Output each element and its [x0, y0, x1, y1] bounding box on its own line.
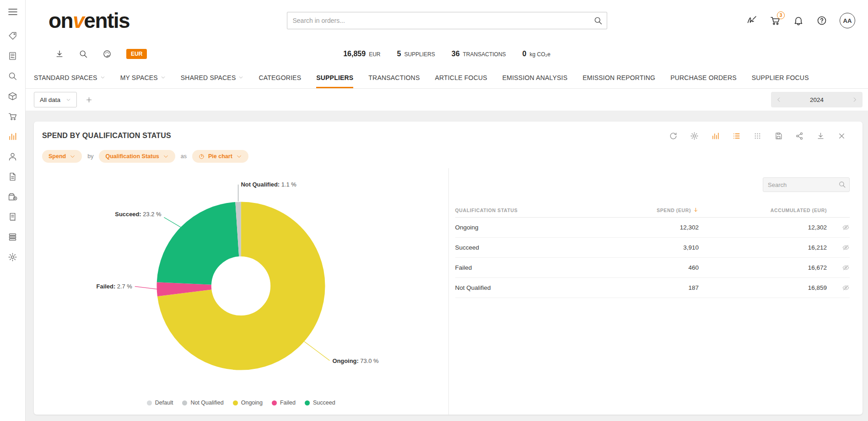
chevron-down-icon: [66, 97, 71, 102]
filter-row: All data 2024: [26, 89, 868, 111]
approvals-icon[interactable]: [746, 15, 757, 26]
download-icon[interactable]: [55, 49, 64, 59]
legend-item-default[interactable]: Default: [147, 400, 173, 406]
callout-label-ongoing: Ongoing: 73.0 %: [333, 357, 379, 364]
previous-year-icon[interactable]: [776, 96, 782, 103]
hide-row-icon[interactable]: [827, 224, 850, 231]
search-input[interactable]: [287, 12, 607, 29]
stat-label: TRANSACTIONS: [463, 51, 506, 58]
legend-item-succeed[interactable]: Succeed: [305, 400, 335, 406]
tab-article-focus[interactable]: ARTICLE FOCUS: [435, 67, 487, 88]
currency-badge[interactable]: EUR: [126, 49, 147, 59]
dataset-select[interactable]: All data: [34, 92, 77, 107]
chevron-down-icon: [163, 154, 169, 160]
search-icon[interactable]: [593, 16, 603, 25]
table-view-icon[interactable]: [732, 132, 741, 140]
save-icon[interactable]: [774, 132, 783, 140]
measure-chip[interactable]: Spend: [42, 150, 82, 163]
table-row-failed[interactable]: Failed46016,672: [455, 258, 850, 278]
settings-icon[interactable]: [8, 252, 17, 262]
hide-row-icon[interactable]: [827, 244, 850, 251]
sort-desc-icon[interactable]: [693, 207, 699, 213]
refresh-icon[interactable]: [669, 132, 678, 140]
catalog-icon[interactable]: [8, 232, 17, 242]
search-icon[interactable]: [838, 181, 846, 188]
tab-transactions[interactable]: TRANSACTIONS: [368, 67, 420, 88]
legend-item-not-qualified[interactable]: Not Qualified: [182, 400, 223, 406]
cell-spend: 3,910: [612, 244, 699, 251]
stat-label: kg CO₂e: [529, 51, 550, 58]
avatar[interactable]: AA: [840, 13, 855, 28]
chart-type-chip[interactable]: Pie chart: [192, 150, 248, 163]
column-spend[interactable]: SPEND (EUR): [612, 207, 699, 213]
legend-label: Ongoing: [241, 400, 263, 406]
stat-label: EUR: [369, 51, 380, 58]
onventis-logo[interactable]: onventis: [49, 8, 129, 33]
close-icon[interactable]: [837, 132, 846, 140]
menu-icon[interactable]: [7, 6, 18, 17]
next-year-icon[interactable]: [852, 96, 858, 103]
document-icon[interactable]: [8, 172, 17, 181]
add-view-icon[interactable]: [85, 96, 93, 104]
hide-row-icon[interactable]: [827, 264, 850, 272]
contract-icon[interactable]: [8, 51, 17, 61]
cart-button[interactable]: 3: [770, 15, 781, 26]
column-qualification-status[interactable]: QUALIFICATION STATUS: [455, 208, 612, 213]
tab-shared-spaces[interactable]: SHARED SPACES: [181, 67, 244, 88]
cell-accumulated: 12,302: [699, 224, 827, 231]
delivery-icon[interactable]: [8, 192, 17, 202]
app-root: onventis 3 AA EUR: [0, 0, 868, 421]
year-navigator: 2024: [771, 92, 863, 107]
magnifier-icon[interactable]: [79, 49, 88, 59]
legend-item-ongoing[interactable]: Ongoing: [233, 400, 263, 406]
table-row-succeed[interactable]: Succeed3,91016,212: [455, 238, 850, 258]
table-row-not-qualified[interactable]: Not Qualified18716,859: [455, 278, 850, 298]
table-search: [763, 177, 850, 192]
tab-standard-spaces[interactable]: STANDARD SPACES: [34, 67, 105, 88]
chevron-down-icon: [70, 154, 75, 160]
data-table: QUALIFICATION STATUS SPEND (EUR) ACCUMUL…: [455, 203, 850, 298]
table-row-ongoing[interactable]: Ongoing12,30212,302: [455, 218, 850, 238]
cell-accumulated: 16,859: [699, 284, 827, 291]
tab-emission-analysis[interactable]: EMISSION ANALYSIS: [502, 67, 567, 88]
cart-icon[interactable]: [8, 112, 17, 121]
export-icon[interactable]: [816, 132, 825, 140]
column-accumulated[interactable]: ACCUMULATED (EUR): [699, 208, 827, 213]
hide-row-icon[interactable]: [827, 284, 850, 292]
dimension-chip[interactable]: Qualification Status: [99, 150, 175, 163]
sidebar: [0, 0, 26, 421]
column-label: SPEND (EUR): [657, 208, 691, 213]
legend-item-failed[interactable]: Failed: [272, 400, 296, 406]
cell-accumulated: 16,212: [699, 244, 827, 251]
callout-label-not-qualified: Not Qualified: 1.1 %: [241, 181, 297, 188]
package-icon[interactable]: [8, 91, 17, 101]
tab-supplier-focus[interactable]: SUPPLIER FOCUS: [752, 67, 809, 88]
measure-label: Spend: [49, 153, 66, 160]
chart-view-icon[interactable]: [711, 132, 720, 140]
grid-icon[interactable]: [753, 132, 762, 140]
chart-pane: Ongoing: 73.0 %Failed: 2.7 %Succeed: 23.…: [34, 168, 448, 415]
sidebar-nav: [8, 31, 17, 262]
analytics-icon[interactable]: [8, 132, 17, 141]
help-icon[interactable]: [816, 15, 827, 26]
supplier-icon[interactable]: [8, 152, 17, 161]
table-search-input[interactable]: [763, 177, 850, 192]
tab-categories[interactable]: CATEGORIES: [259, 67, 301, 88]
palette-icon[interactable]: [102, 49, 112, 59]
cell-status: Not Qualified: [455, 284, 612, 291]
table-header: QUALIFICATION STATUS SPEND (EUR) ACCUMUL…: [455, 203, 850, 218]
tab-label: EMISSION ANALYSIS: [502, 74, 567, 81]
tab-emission-reporting[interactable]: EMISSION REPORTING: [582, 67, 655, 88]
tag-icon[interactable]: [8, 31, 17, 41]
tab-label: SUPPLIER FOCUS: [752, 74, 809, 81]
tab-suppliers[interactable]: SUPPLIERS: [316, 67, 353, 88]
tab-purchase-orders[interactable]: PURCHASE ORDERS: [670, 67, 737, 88]
tab-my-spaces[interactable]: MY SPACES: [120, 67, 166, 88]
toolbar-left: EUR: [55, 49, 147, 59]
tab-label: MY SPACES: [120, 74, 158, 81]
invoice-icon[interactable]: [8, 212, 17, 222]
share-icon[interactable]: [795, 132, 804, 140]
settings-icon[interactable]: [690, 132, 699, 140]
magnifier-icon[interactable]: [8, 71, 17, 81]
notifications-icon[interactable]: [793, 15, 804, 26]
